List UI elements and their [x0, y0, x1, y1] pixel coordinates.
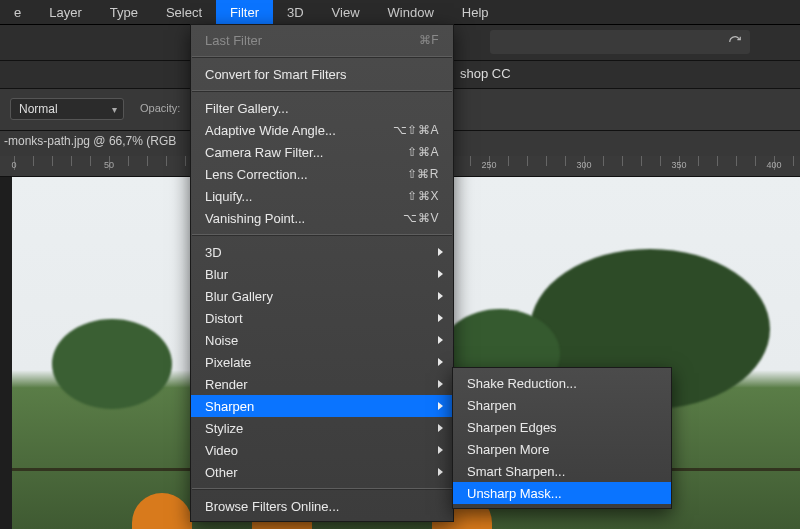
menu-item-noise[interactable]: Noise	[191, 329, 453, 351]
photo-monk	[132, 493, 192, 529]
submenu-arrow-icon	[438, 292, 443, 300]
photo-tree	[52, 319, 172, 409]
menu-item-stylize[interactable]: Stylize	[191, 417, 453, 439]
menu-item-label: Stylize	[205, 421, 243, 436]
submenu-arrow-icon	[438, 468, 443, 476]
menu-item-label: Lens Correction...	[205, 167, 308, 182]
menu-item-other[interactable]: Other	[191, 461, 453, 483]
ruler-label: 300	[576, 160, 591, 170]
menu-filter[interactable]: Filter	[216, 0, 273, 24]
menu-item-lens-correction[interactable]: Lens Correction...⇧⌘R	[191, 163, 453, 185]
menu-item-label: Convert for Smart Filters	[205, 67, 347, 82]
menu-item-label: Sharpen	[205, 399, 254, 414]
submenu-item-unsharp-mask[interactable]: Unsharp Mask...	[453, 482, 671, 504]
ruler-label: 250	[481, 160, 496, 170]
menu-item-shortcut: ⌥⌘V	[403, 211, 439, 225]
menu-item-adaptive-wide-angle[interactable]: Adaptive Wide Angle...⌥⇧⌘A	[191, 119, 453, 141]
chevron-down-icon: ▾	[112, 104, 117, 115]
menu-item-label: Noise	[205, 333, 238, 348]
menubar: e Layer Type Select Filter 3D View Windo…	[0, 0, 800, 25]
ruler-label: 0	[11, 160, 16, 170]
sharpen-submenu: Shake Reduction...SharpenSharpen EdgesSh…	[452, 367, 672, 509]
menu-item-liquify[interactable]: Liquify...⇧⌘X	[191, 185, 453, 207]
refresh-icon[interactable]	[728, 35, 742, 49]
menu-item-label: Last Filter	[205, 33, 262, 48]
menu-window[interactable]: Window	[374, 0, 448, 24]
menu-item-vanishing-point[interactable]: Vanishing Point...⌥⌘V	[191, 207, 453, 229]
menu-item-label: Camera Raw Filter...	[205, 145, 323, 160]
menu-type[interactable]: Type	[96, 0, 152, 24]
submenu-arrow-icon	[438, 380, 443, 388]
submenu-arrow-icon	[438, 446, 443, 454]
search-field[interactable]	[490, 30, 750, 54]
submenu-item-shake-reduction[interactable]: Shake Reduction...	[453, 372, 671, 394]
submenu-item-smart-sharpen[interactable]: Smart Sharpen...	[453, 460, 671, 482]
ruler-label: 350	[671, 160, 686, 170]
menu-image-clip[interactable]: e	[0, 0, 35, 24]
menu-item-label: Vanishing Point...	[205, 211, 305, 226]
submenu-item-label: Sharpen Edges	[467, 420, 557, 435]
menu-view[interactable]: View	[318, 0, 374, 24]
menu-item-label: Other	[205, 465, 238, 480]
menu-separator	[192, 234, 452, 236]
menu-item-last-filter: Last Filter⌘F	[191, 29, 453, 51]
menu-item-video[interactable]: Video	[191, 439, 453, 461]
filter-menu: Last Filter⌘FConvert for Smart FiltersFi…	[190, 24, 454, 522]
submenu-item-label: Shake Reduction...	[467, 376, 577, 391]
menu-select[interactable]: Select	[152, 0, 216, 24]
menu-separator	[192, 488, 452, 490]
menu-item-camera-raw-filter[interactable]: Camera Raw Filter...⇧⌘A	[191, 141, 453, 163]
menu-item-label: Blur Gallery	[205, 289, 273, 304]
menu-item-3d[interactable]: 3D	[191, 241, 453, 263]
submenu-arrow-icon	[438, 402, 443, 410]
menu-item-shortcut: ⇧⌘X	[407, 189, 439, 203]
submenu-arrow-icon	[438, 270, 443, 278]
menu-item-shortcut: ⌥⇧⌘A	[393, 123, 439, 137]
menu-item-blur[interactable]: Blur	[191, 263, 453, 285]
submenu-item-label: Sharpen	[467, 398, 516, 413]
menu-item-browse-filters-online[interactable]: Browse Filters Online...	[191, 495, 453, 517]
menu-layer[interactable]: Layer	[35, 0, 96, 24]
menu-item-convert-for-smart-filters[interactable]: Convert for Smart Filters	[191, 63, 453, 85]
home-label: shop CC	[460, 66, 511, 81]
menu-item-pixelate[interactable]: Pixelate	[191, 351, 453, 373]
menu-item-label: Distort	[205, 311, 243, 326]
menu-item-label: Adaptive Wide Angle...	[205, 123, 336, 138]
menu-item-label: Browse Filters Online...	[205, 499, 339, 514]
menu-item-label: 3D	[205, 245, 222, 260]
menu-item-render[interactable]: Render	[191, 373, 453, 395]
menu-item-label: Render	[205, 377, 248, 392]
menu-item-label: Blur	[205, 267, 228, 282]
submenu-item-sharpen[interactable]: Sharpen	[453, 394, 671, 416]
submenu-arrow-icon	[438, 336, 443, 344]
menu-item-filter-gallery[interactable]: Filter Gallery...	[191, 97, 453, 119]
menu-item-sharpen[interactable]: Sharpen	[191, 395, 453, 417]
submenu-item-label: Smart Sharpen...	[467, 464, 565, 479]
submenu-item-sharpen-edges[interactable]: Sharpen Edges	[453, 416, 671, 438]
submenu-arrow-icon	[438, 314, 443, 322]
menu-item-distort[interactable]: Distort	[191, 307, 453, 329]
menu-separator	[192, 56, 452, 58]
menu-item-shortcut: ⇧⌘R	[407, 167, 439, 181]
menu-item-label: Video	[205, 443, 238, 458]
menu-item-blur-gallery[interactable]: Blur Gallery	[191, 285, 453, 307]
menu-item-shortcut: ⇧⌘A	[407, 145, 439, 159]
blend-mode-select[interactable]: Normal ▾	[10, 98, 124, 120]
submenu-arrow-icon	[438, 248, 443, 256]
menu-item-shortcut: ⌘F	[419, 33, 439, 47]
menu-item-label: Liquify...	[205, 189, 252, 204]
ruler-label: 50	[104, 160, 114, 170]
submenu-item-sharpen-more[interactable]: Sharpen More	[453, 438, 671, 460]
ruler-label: 400	[766, 160, 781, 170]
opacity-label: Opacity:	[140, 102, 180, 114]
menu-separator	[192, 90, 452, 92]
submenu-item-label: Unsharp Mask...	[467, 486, 562, 501]
menu-item-label: Pixelate	[205, 355, 251, 370]
submenu-item-label: Sharpen More	[467, 442, 549, 457]
submenu-arrow-icon	[438, 424, 443, 432]
menu-help[interactable]: Help	[448, 0, 503, 24]
menu-item-label: Filter Gallery...	[205, 101, 289, 116]
menu-3d[interactable]: 3D	[273, 0, 318, 24]
submenu-arrow-icon	[438, 358, 443, 366]
